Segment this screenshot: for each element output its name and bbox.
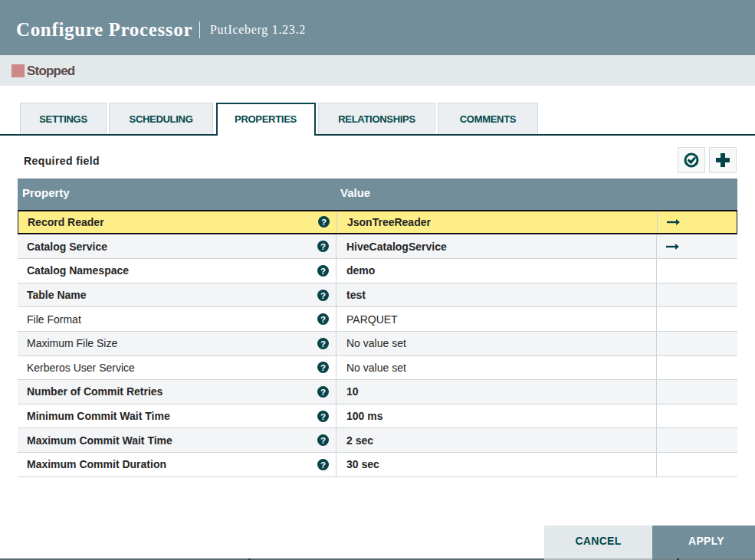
- svg-text:?: ?: [320, 411, 326, 421]
- svg-text:?: ?: [320, 363, 326, 372]
- svg-text:?: ?: [320, 267, 326, 276]
- svg-text:?: ?: [320, 339, 326, 348]
- svg-text:?: ?: [321, 218, 327, 227]
- svg-text:?: ?: [320, 436, 326, 445]
- svg-text:?: ?: [320, 242, 326, 251]
- svg-text:?: ?: [320, 290, 326, 300]
- svg-text:?: ?: [320, 315, 326, 324]
- svg-text:?: ?: [320, 460, 326, 469]
- svg-text:?: ?: [320, 388, 326, 397]
